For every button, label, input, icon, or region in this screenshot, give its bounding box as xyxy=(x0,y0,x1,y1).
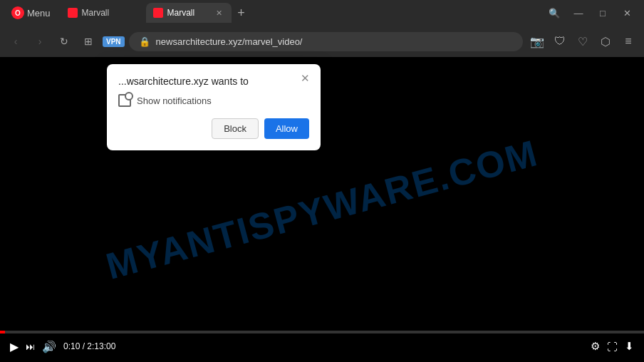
settings-icon: ⚙ xyxy=(591,340,600,353)
shield-icon: 🛡 xyxy=(554,35,566,48)
opera-logo: O xyxy=(11,6,24,19)
fullscreen-button[interactable]: ⛶ xyxy=(607,341,618,353)
opera-menu-button[interactable]: O Menu xyxy=(6,4,56,22)
address-bar[interactable]: 🔒 newsarchitecture.xyz/marvel_video/ xyxy=(129,32,523,51)
video-controls: ▶ ⏭ 🔊 0:10 / 2:13:00 ⚙ ⛶ ⬇ xyxy=(0,331,644,362)
forward-button[interactable]: › xyxy=(30,31,50,51)
title-bar: O Menu Marvall Marvall ✕ + 🔍 — xyxy=(0,0,644,26)
tab-2[interactable]: Marvall ✕ xyxy=(146,3,232,23)
back-button[interactable]: ‹ xyxy=(6,31,26,51)
video-controls-right: ⚙ ⛶ ⬇ xyxy=(591,340,634,353)
progress-bar-fill xyxy=(0,331,5,333)
share-icon: ⬡ xyxy=(601,35,611,48)
notification-icon xyxy=(118,94,131,107)
camera-icon: 📷 xyxy=(530,35,544,48)
notification-popup: ✕ ...wsarchitecture.xyz wants to Show no… xyxy=(107,64,321,150)
popup-buttons: Block Allow xyxy=(118,118,309,139)
lock-icon: 🔒 xyxy=(139,36,150,47)
search-icon: 🔍 xyxy=(549,8,560,19)
reload-icon: ↻ xyxy=(60,36,68,47)
permission-label: Show notifications xyxy=(137,95,212,106)
popup-title: ...wsarchitecture.xyz wants to xyxy=(118,76,309,87)
close-button[interactable]: ✕ xyxy=(616,3,638,23)
watermark: MYANTISPYWARE.COM xyxy=(102,131,543,288)
next-button[interactable]: ⏭ xyxy=(26,341,35,352)
new-tab-button[interactable]: + xyxy=(232,3,251,23)
share-button[interactable]: ⬡ xyxy=(596,31,616,51)
main-menu-button[interactable]: ≡ xyxy=(618,31,638,51)
vpn-badge[interactable]: VPN xyxy=(103,36,125,47)
time-display: 0:10 / 2:13:00 xyxy=(63,341,115,351)
tab-2-title: Marvall xyxy=(167,8,210,18)
settings-button[interactable]: ⚙ xyxy=(591,340,600,353)
minimize-button[interactable]: — xyxy=(567,3,590,23)
heart-icon: ♡ xyxy=(578,35,588,48)
download-icon: ⬇ xyxy=(625,340,634,353)
tab-2-favicon xyxy=(153,8,163,18)
tab-1-title: Marvall xyxy=(82,8,139,18)
heart-button[interactable]: ♡ xyxy=(573,31,593,51)
address-bar-row: ‹ › ↻ ⊞ VPN 🔒 newsarchitecture.xyz/marve… xyxy=(0,26,644,57)
maximize-icon: □ xyxy=(600,8,606,19)
back-icon: ‹ xyxy=(14,36,18,47)
camera-button[interactable]: 📷 xyxy=(527,31,547,51)
next-icon: ⏭ xyxy=(26,341,35,352)
tab-2-close-icon[interactable]: ✕ xyxy=(214,8,224,18)
minimize-icon: — xyxy=(574,8,583,19)
download-button[interactable]: ⬇ xyxy=(625,340,634,353)
shield-button[interactable]: 🛡 xyxy=(550,31,570,51)
maximize-button[interactable]: □ xyxy=(591,3,614,23)
close-icon: ✕ xyxy=(623,8,631,19)
play-button[interactable]: ▶ xyxy=(10,340,19,353)
menu-label: Menu xyxy=(27,8,51,19)
progress-bar[interactable] xyxy=(0,331,644,333)
tab-bar: Marvall Marvall ✕ + xyxy=(61,3,539,23)
popup-permission: Show notifications xyxy=(118,94,309,107)
forward-icon: › xyxy=(38,36,42,47)
volume-button[interactable]: 🔊 xyxy=(42,340,56,353)
window-controls: 🔍 — □ ✕ xyxy=(543,3,638,23)
browser-chrome: O Menu Marvall Marvall ✕ + 🔍 — xyxy=(0,0,644,57)
address-text: newsarchitecture.xyz/marvel_video/ xyxy=(156,36,513,47)
tabs-button[interactable]: ⊞ xyxy=(78,31,98,51)
tab-1[interactable]: Marvall xyxy=(61,3,146,23)
search-button[interactable]: 🔍 xyxy=(543,3,566,23)
popup-close-button[interactable]: ✕ xyxy=(298,71,312,86)
allow-button[interactable]: Allow xyxy=(264,118,309,139)
toolbar-icons: 📷 🛡 ♡ ⬡ ≡ xyxy=(527,31,638,51)
volume-icon: 🔊 xyxy=(42,340,56,353)
play-icon: ▶ xyxy=(10,340,19,353)
tab-1-favicon xyxy=(68,8,78,18)
popup-close-icon: ✕ xyxy=(301,72,310,85)
tabs-icon: ⊞ xyxy=(84,36,93,47)
browser-content: MYANTISPYWARE.COM ✕ ...wsarchitecture.xy… xyxy=(0,57,644,362)
fullscreen-icon: ⛶ xyxy=(607,341,618,353)
block-button[interactable]: Block xyxy=(212,118,259,139)
reload-button[interactable]: ↻ xyxy=(54,31,74,51)
main-menu-icon: ≡ xyxy=(625,35,631,48)
